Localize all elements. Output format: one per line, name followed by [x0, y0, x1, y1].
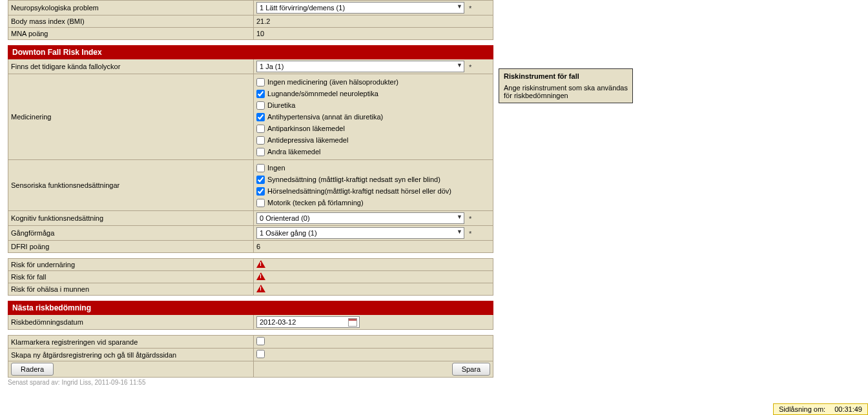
- lock-time: 00:31:49: [834, 405, 862, 413]
- medicinering-option: Antiparkinson läkemedel: [256, 123, 490, 134]
- medicinering-checkbox[interactable]: [256, 78, 265, 86]
- medicinering-option: Ingen medicinering (även hälsoprodukter): [256, 76, 490, 88]
- next-date-input[interactable]: 2012-03-12: [256, 316, 360, 328]
- sensoriska-option-label: Ingen: [267, 163, 285, 173]
- medicinering-option-label: Ingen medicinering (även hälsoprodukter): [267, 77, 398, 87]
- medicinering-option-label: Antihypertensiva (annat än diuretika): [267, 112, 383, 122]
- next-table: Nästa riskbedömning Riskbedömningsdatum …: [8, 301, 493, 330]
- gang-combo[interactable]: 1 Osäker gång (1) ▼: [256, 227, 464, 239]
- kogn-value: 0 Orienterad (0): [260, 214, 310, 222]
- sensoriska-option-label: Motorik (tecken på förlamning): [267, 197, 364, 208]
- dfri-value: 6: [256, 243, 260, 250]
- risk-undernaring-label: Risk för undernäring: [8, 259, 254, 271]
- sensoriska-checkbox[interactable]: [256, 164, 265, 172]
- prevfall-combo[interactable]: 1 Ja (1) ▼: [256, 61, 464, 72]
- klar-label: Klarmarkera registreringen vid sparande: [8, 336, 254, 349]
- top-table: Neuropsykologiska problem 1 Lätt förvirr…: [8, 0, 493, 40]
- lock-label: Sidlåsning om:: [779, 405, 825, 413]
- sensoriska-checkbox[interactable]: [256, 187, 265, 196]
- medicinering-option: Andra läkemedel: [256, 146, 490, 157]
- medicinering-option-label: Lugnande/sömnmedel neuroleptika: [267, 88, 378, 99]
- bmi-label: Body mass index (BMI): [8, 15, 254, 28]
- radera-button[interactable]: Radera: [11, 363, 54, 376]
- medicinering-checkbox[interactable]: [256, 101, 265, 110]
- neuro-combo[interactable]: 1 Lätt förvirring/demens (1) ▼: [256, 2, 464, 14]
- skapa-label: Skapa ny åtgärdsregistrering och gå till…: [8, 349, 254, 361]
- medicinering-option: Antidepressiva läkemedel: [256, 134, 490, 146]
- sensoriska-option-label: Synnedsättning (måttligt-kraftigt nedsat…: [267, 174, 440, 185]
- prevfall-value: 1 Ja (1): [260, 63, 284, 70]
- sensoriska-option: Synnedsättning (måttligt-kraftigt nedsat…: [256, 174, 490, 185]
- risk-fall-label: Risk för fall: [8, 271, 254, 283]
- spara-button[interactable]: Spara: [452, 363, 490, 376]
- neuro-combo-value: 1 Lätt förvirring/demens (1): [260, 4, 345, 12]
- lock-indicator: Sidlåsning om: 00:31:49: [773, 403, 868, 415]
- mna-value: 10: [256, 30, 264, 37]
- dropdown-icon[interactable]: ▼: [457, 62, 462, 68]
- med-label: Medicinering: [8, 74, 254, 160]
- medicinering-option: Diuretika: [256, 99, 490, 111]
- downton-header: Downton Fall Risk Index: [8, 46, 493, 59]
- medicinering-option: Antihypertensiva (annat än diuretika): [256, 111, 490, 123]
- next-date-value: 2012-03-12: [260, 318, 296, 326]
- required-icon: *: [469, 230, 471, 238]
- prevfall-label: Finns det tidigare kända fallolyckor: [8, 59, 254, 74]
- next-header: Nästa riskbedömning: [8, 301, 493, 315]
- sensoriska-option: Motorik (tecken på förlamning): [256, 197, 490, 208]
- medicinering-option: Lugnande/sömnmedel neuroleptika: [256, 88, 490, 99]
- mna-label: MNA poäng: [8, 28, 254, 40]
- sensoriska-option: Ingen: [256, 162, 490, 174]
- medicinering-checkbox[interactable]: [256, 90, 265, 98]
- required-icon: *: [469, 215, 471, 223]
- tooltip-box: Riskinstrument för fall Ange riskinstrum…: [499, 68, 633, 103]
- medicinering-checkbox[interactable]: [256, 148, 265, 156]
- tooltip-body: Ange riskinstrument som ska användas för…: [504, 84, 628, 99]
- kogn-label: Kognitiv funktionsnedsättning: [8, 211, 254, 226]
- downton-table: Downton Fall Risk Index Finns det tidiga…: [8, 45, 493, 253]
- last-saved: Senast sparad av: Ingrid Liss, 2011-09-1…: [8, 379, 868, 386]
- medicinering-checkbox[interactable]: [256, 136, 265, 145]
- medicinering-option-label: Andra läkemedel: [267, 147, 321, 157]
- medicinering-checkbox[interactable]: [256, 113, 265, 121]
- dropdown-icon[interactable]: ▼: [457, 214, 462, 220]
- gang-label: Gångförmåga: [8, 226, 254, 241]
- medicinering-option-label: Antidepressiva läkemedel: [267, 135, 348, 145]
- bmi-value: 21.2: [256, 17, 270, 25]
- required-icon: *: [469, 63, 471, 71]
- warning-icon: [256, 260, 265, 268]
- dfri-label: DFRI poäng: [8, 241, 254, 253]
- required-icon: *: [469, 5, 471, 12]
- dropdown-icon[interactable]: ▼: [457, 228, 462, 235]
- next-date-label: Riskbedömningsdatum: [8, 315, 254, 330]
- risk-table: Risk för undernäring Risk för fall Risk …: [8, 258, 493, 296]
- skapa-checkbox[interactable]: [256, 350, 265, 358]
- medicinering-option-label: Antiparkinson läkemedel: [267, 123, 345, 134]
- risk-ohalsa-label: Risk för ohälsa i munnen: [8, 283, 254, 296]
- gang-value: 1 Osäker gång (1): [260, 229, 317, 237]
- warning-icon: [256, 285, 265, 292]
- tooltip-title: Riskinstrument för fall: [504, 72, 628, 80]
- warning-icon: [256, 272, 265, 280]
- kogn-combo[interactable]: 0 Orienterad (0) ▼: [256, 212, 464, 224]
- dropdown-icon[interactable]: ▼: [457, 3, 462, 10]
- sensoriska-option-label: Hörselnedsättning(måttligt-kraftigt neds…: [267, 186, 451, 196]
- medicinering-option-label: Diuretika: [267, 100, 295, 110]
- sensoriska-checkbox[interactable]: [256, 199, 265, 207]
- bottom-table: Klarmarkera registreringen vid sparande …: [8, 335, 493, 378]
- medicinering-checkbox[interactable]: [256, 125, 265, 133]
- calendar-icon[interactable]: [348, 318, 357, 327]
- sensoriska-checkbox[interactable]: [256, 176, 265, 184]
- sensoriska-option: Hörselnedsättning(måttligt-kraftigt neds…: [256, 185, 490, 197]
- sens-label: Sensoriska funktionsnedsättningar: [8, 160, 254, 211]
- klar-checkbox[interactable]: [256, 337, 265, 345]
- neuro-label: Neuropsykologiska problem: [8, 1, 254, 15]
